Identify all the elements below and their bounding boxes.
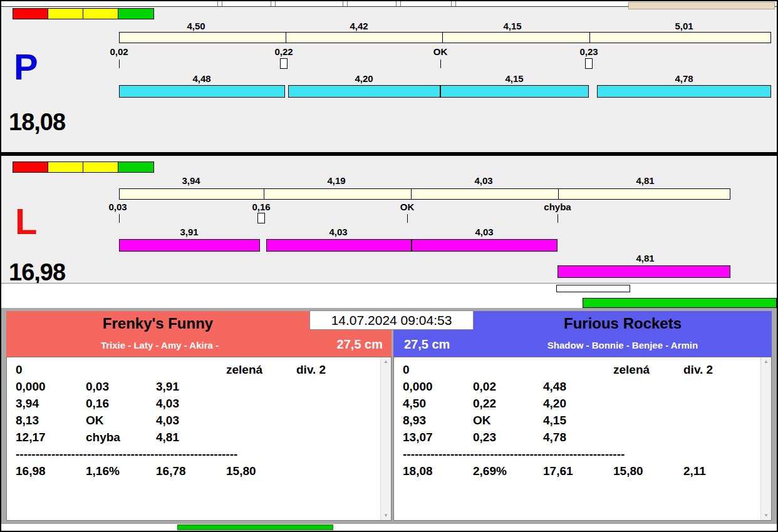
team-members: Trixie - Laty - Amy - Akira - bbox=[6, 340, 313, 350]
table-cell: 0,02 bbox=[473, 378, 543, 395]
lane-total-time: 18,08 bbox=[9, 109, 65, 136]
deviation-label: 0,02 bbox=[94, 46, 144, 57]
timing-display-window: 4,50 4,42 4,15 5,01 0,02 0,22 OK 0,23 4,… bbox=[0, 0, 778, 532]
run-segment-bar bbox=[119, 239, 260, 252]
split-time-label: 4,42 bbox=[321, 21, 397, 31]
marker-box bbox=[585, 58, 593, 69]
table-cell bbox=[683, 378, 754, 395]
run-segment-bar bbox=[558, 265, 730, 278]
table-row: 4,500,224,20 bbox=[403, 395, 759, 412]
jump-height: 27,5 cm bbox=[337, 337, 383, 352]
table-cell bbox=[86, 361, 156, 378]
lane-panel-l: 3,94 4,19 4,03 4,81 0,03 0,16 OK chyba 3… bbox=[1, 156, 777, 283]
jump-height: 27,5 cm bbox=[404, 337, 450, 352]
status-light-1 bbox=[13, 162, 48, 172]
dashed-separator: ----------------------------------------… bbox=[403, 446, 759, 463]
status-light-3 bbox=[83, 162, 118, 172]
run-time-label: 4,48 bbox=[164, 73, 239, 84]
table-cell bbox=[156, 361, 226, 378]
tab-edge-mark bbox=[275, 1, 276, 6]
marker-tick bbox=[407, 214, 408, 223]
table-cell: 3,91 bbox=[156, 378, 226, 395]
team-members: Shadow - Bonnie - Benjee - Armin bbox=[474, 340, 772, 350]
deviation-label: 0,22 bbox=[259, 46, 309, 57]
table-cell: 0,23 bbox=[473, 429, 543, 446]
progress-bar-green bbox=[583, 298, 777, 308]
scrollbar[interactable]: ▲ ▼ bbox=[760, 357, 771, 520]
table-cell: 4,03 bbox=[156, 412, 226, 429]
table-row: 8,13OK4,03 bbox=[16, 412, 378, 429]
table-cell bbox=[683, 395, 754, 412]
scroll-down-arrow[interactable]: ▼ bbox=[764, 513, 769, 518]
run-segment-bar bbox=[288, 85, 440, 98]
results-rows: 0zelenádiv. 20,0000,033,913,940,164,038,… bbox=[16, 361, 378, 446]
window-bottom-strip bbox=[1, 523, 777, 531]
table-cell: 0 bbox=[16, 361, 86, 378]
table-cell: OK bbox=[86, 412, 156, 429]
marker-tick bbox=[119, 214, 120, 223]
scale-divider bbox=[558, 189, 559, 199]
split-time-label: 4,50 bbox=[158, 21, 234, 31]
table-row: 0,0000,033,91 bbox=[16, 378, 378, 395]
marker-box bbox=[280, 58, 288, 69]
table-cell bbox=[683, 429, 754, 446]
table-cell bbox=[473, 361, 543, 378]
results-textbox[interactable]: 0zelenádiv. 20,0000,033,913,940,164,038,… bbox=[6, 357, 392, 521]
scroll-up-arrow[interactable]: ▲ bbox=[383, 359, 388, 364]
table-cell bbox=[613, 378, 683, 395]
table-cell bbox=[226, 378, 296, 395]
table-cell bbox=[296, 463, 366, 479]
status-light-4 bbox=[118, 9, 153, 19]
table-row: 3,940,164,03 bbox=[16, 395, 378, 412]
lane-total-time: 16,98 bbox=[9, 259, 65, 286]
bottom-progress-green bbox=[177, 524, 333, 530]
table-row: 13,070,234,78 bbox=[403, 429, 759, 446]
table-cell: 8,93 bbox=[403, 412, 473, 429]
status-light-4 bbox=[118, 162, 153, 172]
table-cell: 15,80 bbox=[613, 463, 683, 479]
spacer-strip bbox=[1, 283, 777, 308]
run-segment-bar bbox=[266, 239, 412, 252]
run-time-label: 4,81 bbox=[608, 253, 683, 263]
tab-edge-mark bbox=[400, 1, 401, 6]
tab-edge-mark bbox=[455, 1, 456, 6]
status-lights bbox=[13, 8, 154, 19]
results-textbox[interactable]: 0zelenádiv. 20,0000,024,484,500,224,208,… bbox=[393, 357, 772, 521]
table-cell bbox=[296, 412, 366, 429]
deviation-label: 0,16 bbox=[236, 202, 286, 212]
table-cell bbox=[296, 429, 366, 446]
deviation-label: 0,23 bbox=[564, 46, 614, 57]
table-cell: OK bbox=[473, 412, 543, 429]
table-cell: chyba bbox=[86, 429, 156, 446]
team-name: Frenky's Funny bbox=[6, 315, 309, 332]
table-cell bbox=[613, 412, 683, 429]
status-light-2 bbox=[48, 162, 83, 172]
scroll-up-arrow[interactable]: ▲ bbox=[764, 359, 769, 364]
split-scale-bar bbox=[119, 188, 730, 200]
scale-divider bbox=[442, 33, 443, 43]
split-scale-bar bbox=[119, 32, 771, 43]
tab-edge-mark bbox=[343, 1, 343, 6]
table-cell: div. 2 bbox=[683, 361, 754, 378]
table-cell: 12,17 bbox=[16, 429, 86, 446]
table-cell: 0,16 bbox=[86, 395, 156, 412]
table-cell bbox=[613, 395, 683, 412]
lane-letter: L bbox=[15, 204, 37, 239]
split-time-label: 4,81 bbox=[608, 175, 683, 186]
table-cell: 17,61 bbox=[543, 463, 613, 479]
table-cell: 0,22 bbox=[473, 395, 543, 412]
run-time-label: 4,78 bbox=[646, 73, 722, 84]
scrollbar[interactable]: ▲ ▼ bbox=[380, 357, 391, 520]
marker-box bbox=[257, 213, 265, 223]
status-lights bbox=[13, 161, 154, 173]
tab-edge-mark bbox=[217, 1, 218, 6]
scroll-down-arrow[interactable]: ▼ bbox=[383, 513, 388, 518]
team-panel-left: Frenky's Funny Trixie - Laty - Amy - Aki… bbox=[6, 311, 392, 521]
run-segment-bar bbox=[597, 85, 771, 98]
table-cell bbox=[543, 361, 613, 378]
scale-divider bbox=[286, 33, 286, 43]
table-cell: 0,03 bbox=[86, 378, 156, 395]
run-time-label: 3,91 bbox=[152, 227, 227, 237]
table-cell: 4,15 bbox=[543, 412, 613, 429]
table-cell: 4,03 bbox=[156, 395, 226, 412]
